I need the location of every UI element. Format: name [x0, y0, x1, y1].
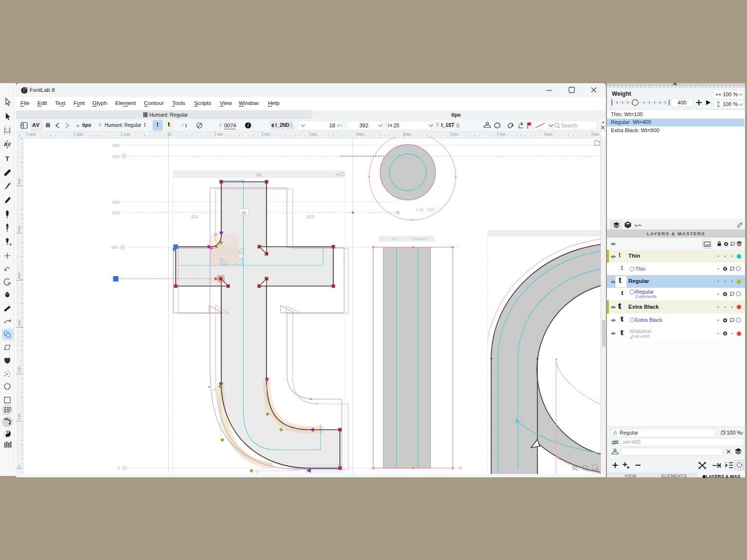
svg-text:T: T	[5, 155, 9, 162]
svg-text:566: 566	[112, 200, 120, 205]
svg-text:469: 469	[111, 245, 118, 250]
svg-text:F: F	[23, 88, 26, 93]
svg-text:(+5 map) 2: (+5 map) 2	[399, 155, 415, 159]
svg-text:113: 113	[191, 214, 198, 219]
svg-text:0: 0	[117, 466, 120, 471]
svg-text:AV: AV	[4, 141, 11, 147]
svg-text:1: 1	[381, 237, 383, 241]
svg-text:(-18, -163): (-18, -163)	[416, 207, 435, 212]
svg-text:663: 663	[112, 154, 120, 159]
svg-text:96: 96	[241, 210, 246, 215]
svg-text:t: t	[257, 470, 258, 474]
svg-text:543: 543	[112, 210, 120, 215]
svg-text:(s): (s)	[256, 172, 262, 177]
svg-text:686: 686	[112, 143, 120, 148]
svg-text:(6): (6)	[392, 237, 397, 241]
svg-text:#dotlessi: #dotlessi	[412, 237, 427, 241]
svg-text:183: 183	[306, 214, 314, 219]
